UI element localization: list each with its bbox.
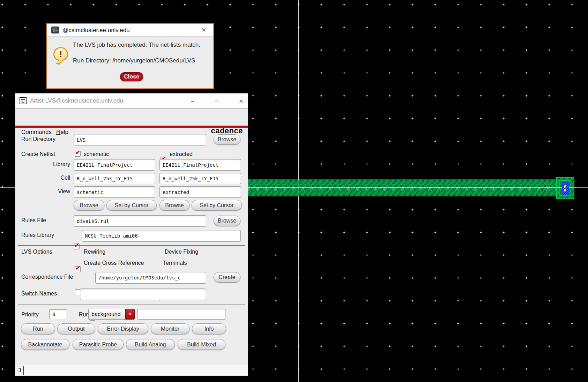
- cell-schematic-input[interactable]: R_n_well_25k_JY_F15: [74, 173, 155, 184]
- library-extracted-input[interactable]: EE421L_FinalProject: [159, 159, 241, 171]
- completion-dialog: @csimcluster.ee.unlv.edu × ! The LVS job…: [46, 23, 214, 89]
- run-mode-label: Run: [79, 312, 89, 318]
- minimize-button[interactable]: –: [188, 96, 198, 106]
- run-directory-browse-button[interactable]: Browse: [214, 134, 240, 145]
- priority-input[interactable]: 0: [49, 309, 67, 319]
- check-mark: ✔: [75, 265, 80, 271]
- menu-bar: Commands Help cadence: [15, 109, 248, 126]
- view-label: View: [21, 188, 70, 195]
- run-button[interactable]: Run: [21, 323, 55, 334]
- rules-file-input[interactable]: divaLVS.rul: [74, 215, 206, 227]
- rules-library-input[interactable]: NCSU_TechLib_ami06: [82, 230, 241, 242]
- schematic-sel-by-cursor-button[interactable]: Sel by Cursor: [106, 200, 157, 211]
- backannotate-button[interactable]: Backannotate: [21, 339, 69, 350]
- check-mark: ✔: [75, 150, 80, 156]
- view-extracted-input[interactable]: extracted: [159, 186, 241, 198]
- dialog-titlebar[interactable]: @csimcluster.ee.unlv.edu ×: [47, 24, 213, 37]
- red-divider: [15, 126, 248, 128]
- menu-help[interactable]: Help: [56, 129, 68, 136]
- switch-names-label: Switch Names: [21, 291, 57, 297]
- output-button[interactable]: Output: [57, 323, 95, 334]
- status-value: 3: [18, 367, 21, 374]
- run-mode-extra-input[interactable]: [137, 309, 225, 320]
- section-divider: [18, 245, 245, 246]
- rewiring-label: Rewiring: [84, 249, 105, 255]
- run-directory-label: Run Directory: [21, 136, 55, 142]
- warning-icon: !: [53, 47, 68, 61]
- menu-help-accel: H: [56, 129, 60, 135]
- view-schematic-input[interactable]: schematic: [74, 186, 155, 198]
- resistor-contact[interactable]: R R: [563, 182, 569, 195]
- error-display-button[interactable]: Error Display: [98, 323, 148, 334]
- library-label: Library: [21, 161, 70, 167]
- section-divider: [18, 305, 245, 305]
- info-button[interactable]: Info: [192, 323, 226, 334]
- schematic-browse-button[interactable]: Browse: [74, 200, 104, 211]
- run-directory-input[interactable]: LVS: [74, 134, 206, 145]
- extracted-browse-button[interactable]: Browse: [159, 200, 189, 211]
- create-netlist-label: Create Netlist: [21, 151, 55, 157]
- lvs-window-titlebar[interactable]: C Artist LVS@csimcluster.ee.unlv.edu – □…: [15, 93, 248, 109]
- library-schematic-input[interactable]: EE421L_FinalProject: [74, 159, 155, 171]
- schematic-checkbox[interactable]: ✔: [75, 151, 81, 157]
- run-mode-dropdown[interactable]: background: [88, 309, 125, 320]
- terminals-label: Terminals: [163, 260, 187, 266]
- lvs-form-window: C Artist LVS@csimcluster.ee.unlv.edu – □…: [15, 93, 248, 376]
- window-title: Artist LVS@csimcluster.ee.unlv.edu: [30, 97, 123, 104]
- rewiring-checkbox[interactable]: ✔: [75, 266, 81, 272]
- run-mode-dropdown-arrow[interactable]: ▼: [125, 309, 135, 320]
- dialog-title: @csimcluster.ee.unlv.edu: [62, 27, 130, 34]
- maximize-button[interactable]: □: [211, 96, 221, 106]
- device-fixing-label: Device Fixing: [165, 249, 198, 255]
- create-cross-reference-label: Create Cross Reference: [84, 260, 144, 266]
- correspondence-file-label: Correspondence File: [21, 274, 73, 280]
- close-button[interactable]: ×: [236, 96, 246, 106]
- rules-file-browse-button[interactable]: Browse: [214, 216, 240, 226]
- correspondence-file-input[interactable]: /home/yurgelon/CMOSedu/lvs_c: [95, 272, 206, 284]
- switch-names-input[interactable]: [80, 289, 206, 300]
- extracted-sel-by-cursor-button[interactable]: Sel by Cursor: [192, 200, 242, 211]
- build-analog-button[interactable]: Build Analog: [126, 339, 175, 350]
- lvs-options-label: LVS Options: [21, 249, 52, 255]
- band-top-edge: [244, 180, 557, 180]
- text-caret: [23, 366, 24, 375]
- priority-label: Priority: [21, 312, 39, 318]
- correspondence-create-button[interactable]: Create: [214, 272, 240, 283]
- contact-label: R: [564, 185, 566, 188]
- parasitic-probe-button[interactable]: Parasitic Probe: [73, 339, 124, 350]
- rules-library-label: Rules Library: [21, 232, 54, 238]
- dialog-close-button[interactable]: Close: [120, 72, 143, 81]
- monitor-button[interactable]: Monitor: [151, 323, 189, 334]
- build-mixed-button[interactable]: Build Mixed: [178, 339, 225, 350]
- cell-label: Cell: [21, 175, 70, 181]
- schematic-checkbox-label: schematic: [84, 151, 109, 157]
- dialog-message-line1: The LVS job has completed. The net-lists…: [73, 42, 200, 48]
- band-bottom-edge: [244, 196, 557, 196]
- contact-label: R: [564, 188, 566, 192]
- terminal-icon: [51, 27, 59, 33]
- dialog-message-line2: Run Directory: /home/yurgelon/CMOSedu/LV…: [73, 57, 195, 64]
- screen: { "canvas": { "colors": { "background": …: [0, 0, 588, 382]
- dialog-close-icon[interactable]: ×: [199, 25, 208, 35]
- rules-file-label: Rules File: [21, 217, 46, 224]
- extracted-checkbox-label: extracted: [170, 151, 193, 157]
- menu-commands[interactable]: Commands: [21, 129, 52, 136]
- cadence-icon: C: [20, 97, 27, 104]
- cell-extracted-input[interactable]: R_n_well_25k_JY_F15: [159, 173, 241, 184]
- status-bar: 3: [15, 365, 248, 375]
- menu-help-rest: elp: [60, 129, 68, 135]
- rules-library-checkbox[interactable]: ✔: [74, 244, 80, 249]
